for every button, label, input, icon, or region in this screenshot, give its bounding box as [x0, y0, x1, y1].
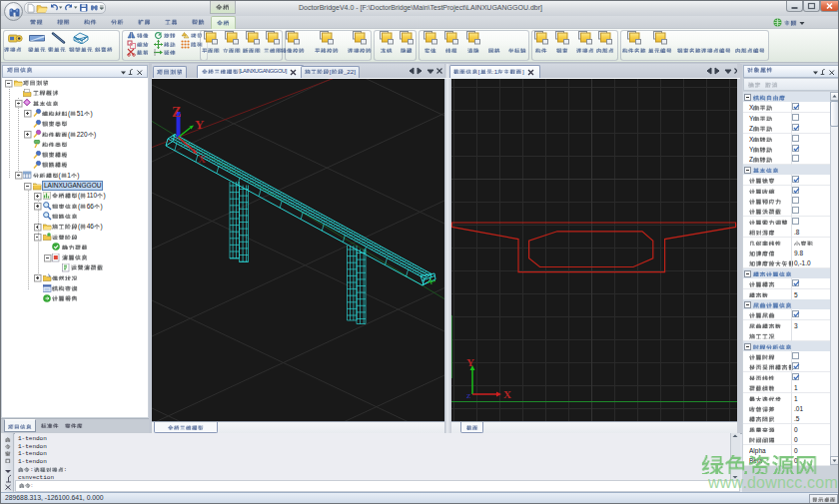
svg-text:Y: Y [195, 117, 205, 132]
svg-text:Y: Y [466, 356, 474, 368]
svg-text:Z: Z [466, 392, 470, 400]
svg-text:Z: Z [172, 105, 181, 120]
svg-text:X: X [503, 388, 511, 400]
svg-text:X: X [198, 153, 206, 165]
